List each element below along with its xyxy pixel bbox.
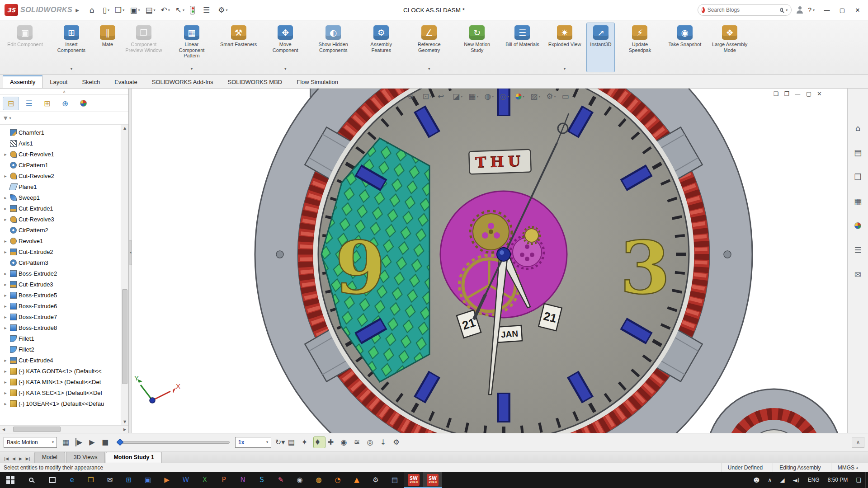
scroll-left-arrow-icon[interactable]: ◀	[0, 427, 7, 432]
open-document-button[interactable]: ❒ ▾	[113, 4, 127, 16]
expand-arrow-icon[interactable]: ▸	[3, 325, 8, 330]
calculate-motion-button[interactable]: ▦	[60, 436, 72, 448]
close-button[interactable]: ✕	[850, 3, 865, 17]
panel-scroll-up[interactable]: ∧	[0, 89, 128, 95]
timeline-track[interactable]	[117, 441, 230, 444]
expand-arrow-icon[interactable]: ▸	[3, 152, 8, 157]
playback-speed-select[interactable]: 1x ▾	[235, 437, 271, 448]
tray-people[interactable]: ☻	[749, 472, 764, 488]
tree-item[interactable]: ▸ Boss-Extrude6	[3, 300, 128, 311]
tree-item[interactable]: ▸ Boss-Extrude7	[3, 311, 128, 322]
select-tool-button[interactable]: ↖ ▾	[173, 4, 187, 16]
app-firefox[interactable]: ◔	[328, 472, 347, 488]
smart-fasteners-button[interactable]: ⚒ Smart Fasteners ▾	[217, 23, 260, 72]
view-orientation-button[interactable]: ▦ ▾	[467, 91, 480, 102]
app-chrome[interactable]: ◍	[309, 472, 328, 488]
mate-button[interactable]: ∥ Mate ▾	[96, 23, 119, 72]
app-solidworks-active[interactable]: SW 2018	[423, 472, 442, 488]
tray-volume[interactable]: ◄)	[789, 472, 804, 488]
task-pane-design-library[interactable]: ▤	[851, 145, 865, 159]
tab-motion-study-1[interactable]: Motion Study 1	[106, 452, 162, 463]
task-pane-file-explorer[interactable]: ❒	[851, 170, 865, 183]
expand-arrow-icon[interactable]: ▸	[3, 282, 8, 287]
scrollbar-thumb[interactable]	[122, 289, 127, 384]
app-notepad[interactable]: ▤	[385, 472, 404, 488]
minimize-document-button[interactable]: —	[795, 90, 801, 97]
zoom-fit-button[interactable]: ⊕ ▾	[406, 91, 418, 102]
play-from-start-button[interactable]: ▶	[73, 436, 85, 448]
tree-horizontal-scrollbar[interactable]: ◀ ▶	[0, 425, 128, 433]
tree-item[interactable]: ▸ Cut-Extrude2	[3, 246, 128, 257]
tab-solidworks-mbd[interactable]: SOLIDWORKS MBD	[221, 76, 290, 88]
new-motion-study-button[interactable]: ↻ New Motion Study ▾	[454, 23, 500, 72]
show-hidden-components-button[interactable]: ◐ Show Hidden Components ▾	[310, 23, 356, 72]
print-button[interactable]: ▤ ▾	[143, 4, 157, 16]
scroll-first-tab[interactable]: |◀	[3, 456, 10, 461]
show-desktop-button[interactable]	[865, 472, 868, 488]
edit-component-button[interactable]: ▣ Edit Component ▾	[4, 23, 47, 72]
home-button[interactable]: ⌂ ▾	[87, 4, 99, 16]
assembly-features-button[interactable]: ⚙ Assembly Features ▾	[358, 23, 404, 72]
tree-item[interactable]: ▸ Sweep1	[3, 192, 128, 203]
tree-item[interactable]: ▸ Chamfer1	[3, 127, 128, 138]
tree-item[interactable]: ▸ Cut-Revolve1	[3, 149, 128, 160]
tree-filter-bar[interactable]: ▼ ▾	[0, 112, 128, 125]
tree-item[interactable]: ▸ (-) KATA SEC<1> (Default<<Def	[3, 387, 128, 398]
section-view-button[interactable]: ◪ ▾	[451, 91, 464, 102]
view-settings-button[interactable]: ⚙ ▾	[545, 91, 557, 102]
app-solidworks[interactable]: SW 2018	[404, 472, 423, 488]
play-button[interactable]: ▶	[86, 436, 98, 448]
scrollbar-track[interactable]	[7, 426, 121, 433]
move-component-button[interactable]: ✥ Move Component ▾	[262, 23, 308, 72]
timeline-marker[interactable]	[117, 438, 124, 446]
stop-button[interactable]: ■	[99, 436, 111, 448]
app-file-explorer[interactable]: ❒	[81, 472, 100, 488]
expand-arrow-icon[interactable]: ▸	[3, 249, 8, 254]
status-item[interactable]: Editing Assembly ▴	[773, 463, 830, 472]
tab-configurationmanager[interactable]: ⊞	[39, 97, 55, 110]
app-mail[interactable]: ✉	[100, 472, 119, 488]
expand-arrow-icon[interactable]: ▸	[3, 293, 8, 298]
tab-sketch[interactable]: Sketch	[75, 76, 107, 88]
save-button[interactable]: ▣ ▾	[127, 4, 142, 16]
tree-item[interactable]: ▸ Cut-Extrude4	[3, 355, 128, 366]
tab-model[interactable]: Model	[34, 452, 65, 463]
minimize-button[interactable]: —	[819, 3, 835, 17]
close-document-button[interactable]: ✕	[817, 90, 822, 97]
expand-arrow-icon[interactable]: ▸	[3, 217, 8, 222]
expand-arrow-icon[interactable]: ▸	[3, 358, 8, 363]
tab-displaymanager[interactable]	[75, 97, 91, 110]
motor-button[interactable]: ◉ ▾	[340, 436, 352, 448]
app-powerpoint[interactable]: P	[214, 472, 233, 488]
search-input[interactable]	[708, 7, 778, 13]
expand-arrow-icon[interactable]: ▸	[3, 195, 8, 200]
app-paint[interactable]: ✎	[271, 472, 290, 488]
tree-item[interactable]: ▸ Axis1	[3, 138, 128, 149]
app-photos[interactable]: ▣	[138, 472, 157, 488]
edit-appearance-button[interactable]: ▾	[514, 92, 526, 101]
app-store[interactable]: ⊞	[119, 472, 138, 488]
task-pane-custom-properties[interactable]: ☰	[851, 243, 865, 257]
tree-item[interactable]: ▸ CirPattern1	[3, 160, 128, 170]
tab-layout[interactable]: Layout	[42, 76, 75, 88]
hide-show-items-button[interactable]: ◎ ▾	[498, 91, 510, 102]
bill-of-materials-button[interactable]: ☰ Bill of Materials ▾	[502, 23, 543, 72]
timeline-slider[interactable]	[117, 439, 230, 446]
tab-dimxpertmanager[interactable]: ⊕	[57, 97, 73, 110]
expand-arrow-icon[interactable]: ▸	[3, 174, 8, 178]
app-media-player[interactable]: ▶	[157, 472, 176, 488]
scroll-down-arrow-icon[interactable]: ▼	[123, 418, 126, 425]
rebuild-indicator[interactable]: ▾	[188, 5, 200, 16]
tree-item[interactable]: ▸ Fillet2	[3, 344, 128, 355]
tree-item[interactable]: ▸ (-) 10GEAR<1> (Default<<Defau	[3, 398, 128, 409]
tree-item[interactable]: ▸ Boss-Extrude2	[3, 268, 128, 279]
insert-components-button[interactable]: ⊞ Insert Components ▾	[48, 23, 94, 72]
notification-center-button[interactable]: ❏	[852, 472, 865, 488]
window-tile-button[interactable]: ❐	[784, 90, 789, 97]
app-camera[interactable]: ◉	[290, 472, 309, 488]
model-canvas[interactable]: 9 3	[132, 89, 847, 433]
search-icon[interactable]	[780, 8, 783, 12]
tab-flow-simulation[interactable]: Flow Simulation	[289, 76, 345, 88]
save-animation-button[interactable]: ▤ ▾	[287, 436, 299, 448]
tree-item[interactable]: ▸ Cut-Revolve3	[3, 214, 128, 225]
